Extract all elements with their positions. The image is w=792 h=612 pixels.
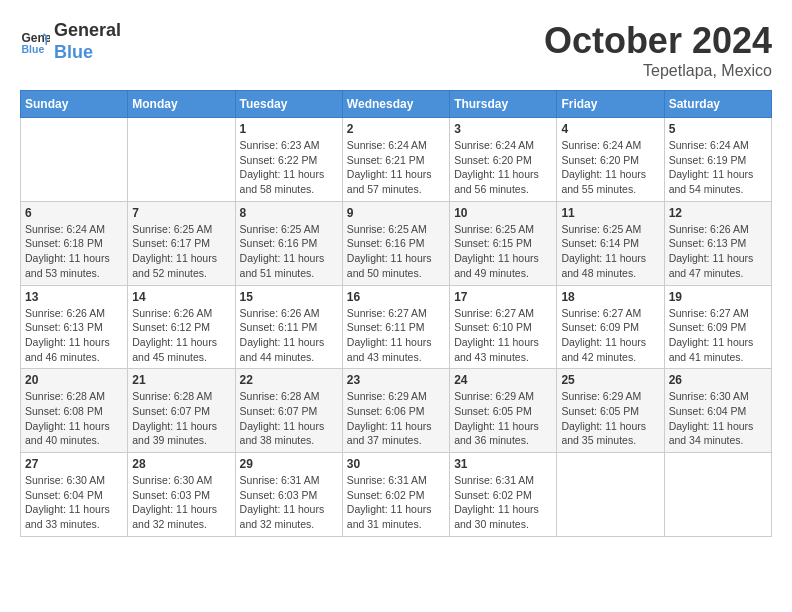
day-number: 12	[669, 206, 767, 220]
day-info: Sunrise: 6:28 AM Sunset: 6:07 PM Dayligh…	[240, 389, 338, 448]
calendar-cell: 23Sunrise: 6:29 AM Sunset: 6:06 PM Dayli…	[342, 369, 449, 453]
day-number: 14	[132, 290, 230, 304]
calendar-week-4: 20Sunrise: 6:28 AM Sunset: 6:08 PM Dayli…	[21, 369, 772, 453]
day-number: 27	[25, 457, 123, 471]
calendar-cell: 12Sunrise: 6:26 AM Sunset: 6:13 PM Dayli…	[664, 201, 771, 285]
day-info: Sunrise: 6:31 AM Sunset: 6:02 PM Dayligh…	[347, 473, 445, 532]
day-info: Sunrise: 6:28 AM Sunset: 6:08 PM Dayligh…	[25, 389, 123, 448]
day-number: 26	[669, 373, 767, 387]
logo-blue: Blue	[54, 42, 121, 64]
calendar-cell: 6Sunrise: 6:24 AM Sunset: 6:18 PM Daylig…	[21, 201, 128, 285]
day-info: Sunrise: 6:26 AM Sunset: 6:13 PM Dayligh…	[669, 222, 767, 281]
day-info: Sunrise: 6:30 AM Sunset: 6:04 PM Dayligh…	[669, 389, 767, 448]
day-info: Sunrise: 6:26 AM Sunset: 6:12 PM Dayligh…	[132, 306, 230, 365]
day-number: 22	[240, 373, 338, 387]
day-info: Sunrise: 6:24 AM Sunset: 6:19 PM Dayligh…	[669, 138, 767, 197]
day-info: Sunrise: 6:29 AM Sunset: 6:05 PM Dayligh…	[454, 389, 552, 448]
calendar-cell: 29Sunrise: 6:31 AM Sunset: 6:03 PM Dayli…	[235, 453, 342, 537]
weekday-header-saturday: Saturday	[664, 91, 771, 118]
calendar-cell: 26Sunrise: 6:30 AM Sunset: 6:04 PM Dayli…	[664, 369, 771, 453]
day-info: Sunrise: 6:23 AM Sunset: 6:22 PM Dayligh…	[240, 138, 338, 197]
page-header: General Blue General Blue October 2024 T…	[20, 20, 772, 80]
calendar-cell: 3Sunrise: 6:24 AM Sunset: 6:20 PM Daylig…	[450, 118, 557, 202]
day-number: 20	[25, 373, 123, 387]
day-number: 23	[347, 373, 445, 387]
day-number: 9	[347, 206, 445, 220]
calendar-cell: 7Sunrise: 6:25 AM Sunset: 6:17 PM Daylig…	[128, 201, 235, 285]
day-number: 4	[561, 122, 659, 136]
calendar-week-5: 27Sunrise: 6:30 AM Sunset: 6:04 PM Dayli…	[21, 453, 772, 537]
day-info: Sunrise: 6:25 AM Sunset: 6:14 PM Dayligh…	[561, 222, 659, 281]
location-title: Tepetlapa, Mexico	[544, 62, 772, 80]
logo-icon: General Blue	[20, 27, 50, 57]
logo: General Blue General Blue	[20, 20, 121, 63]
calendar-week-3: 13Sunrise: 6:26 AM Sunset: 6:13 PM Dayli…	[21, 285, 772, 369]
calendar-cell: 31Sunrise: 6:31 AM Sunset: 6:02 PM Dayli…	[450, 453, 557, 537]
calendar-cell	[557, 453, 664, 537]
calendar-cell: 19Sunrise: 6:27 AM Sunset: 6:09 PM Dayli…	[664, 285, 771, 369]
day-number: 21	[132, 373, 230, 387]
day-number: 8	[240, 206, 338, 220]
day-info: Sunrise: 6:27 AM Sunset: 6:09 PM Dayligh…	[669, 306, 767, 365]
calendar-header: SundayMondayTuesdayWednesdayThursdayFrid…	[21, 91, 772, 118]
calendar-cell: 1Sunrise: 6:23 AM Sunset: 6:22 PM Daylig…	[235, 118, 342, 202]
day-number: 7	[132, 206, 230, 220]
calendar-cell: 10Sunrise: 6:25 AM Sunset: 6:15 PM Dayli…	[450, 201, 557, 285]
day-info: Sunrise: 6:27 AM Sunset: 6:11 PM Dayligh…	[347, 306, 445, 365]
calendar-cell: 27Sunrise: 6:30 AM Sunset: 6:04 PM Dayli…	[21, 453, 128, 537]
day-number: 2	[347, 122, 445, 136]
calendar-cell: 16Sunrise: 6:27 AM Sunset: 6:11 PM Dayli…	[342, 285, 449, 369]
day-info: Sunrise: 6:24 AM Sunset: 6:18 PM Dayligh…	[25, 222, 123, 281]
day-info: Sunrise: 6:27 AM Sunset: 6:09 PM Dayligh…	[561, 306, 659, 365]
day-number: 15	[240, 290, 338, 304]
day-number: 5	[669, 122, 767, 136]
calendar-cell: 15Sunrise: 6:26 AM Sunset: 6:11 PM Dayli…	[235, 285, 342, 369]
day-info: Sunrise: 6:25 AM Sunset: 6:17 PM Dayligh…	[132, 222, 230, 281]
day-number: 29	[240, 457, 338, 471]
calendar-week-2: 6Sunrise: 6:24 AM Sunset: 6:18 PM Daylig…	[21, 201, 772, 285]
logo-general: General	[54, 20, 121, 42]
calendar-table: SundayMondayTuesdayWednesdayThursdayFrid…	[20, 90, 772, 537]
day-number: 11	[561, 206, 659, 220]
weekday-header-monday: Monday	[128, 91, 235, 118]
weekday-header-row: SundayMondayTuesdayWednesdayThursdayFrid…	[21, 91, 772, 118]
day-info: Sunrise: 6:24 AM Sunset: 6:20 PM Dayligh…	[561, 138, 659, 197]
day-number: 24	[454, 373, 552, 387]
day-number: 31	[454, 457, 552, 471]
calendar-cell: 14Sunrise: 6:26 AM Sunset: 6:12 PM Dayli…	[128, 285, 235, 369]
calendar-cell: 8Sunrise: 6:25 AM Sunset: 6:16 PM Daylig…	[235, 201, 342, 285]
calendar-cell: 4Sunrise: 6:24 AM Sunset: 6:20 PM Daylig…	[557, 118, 664, 202]
day-info: Sunrise: 6:30 AM Sunset: 6:03 PM Dayligh…	[132, 473, 230, 532]
svg-text:Blue: Blue	[22, 42, 45, 54]
calendar-cell: 30Sunrise: 6:31 AM Sunset: 6:02 PM Dayli…	[342, 453, 449, 537]
day-info: Sunrise: 6:28 AM Sunset: 6:07 PM Dayligh…	[132, 389, 230, 448]
day-info: Sunrise: 6:25 AM Sunset: 6:16 PM Dayligh…	[240, 222, 338, 281]
day-number: 16	[347, 290, 445, 304]
day-info: Sunrise: 6:30 AM Sunset: 6:04 PM Dayligh…	[25, 473, 123, 532]
day-number: 28	[132, 457, 230, 471]
calendar-cell: 21Sunrise: 6:28 AM Sunset: 6:07 PM Dayli…	[128, 369, 235, 453]
calendar-cell: 5Sunrise: 6:24 AM Sunset: 6:19 PM Daylig…	[664, 118, 771, 202]
calendar-cell: 28Sunrise: 6:30 AM Sunset: 6:03 PM Dayli…	[128, 453, 235, 537]
day-number: 25	[561, 373, 659, 387]
day-info: Sunrise: 6:26 AM Sunset: 6:13 PM Dayligh…	[25, 306, 123, 365]
day-info: Sunrise: 6:31 AM Sunset: 6:02 PM Dayligh…	[454, 473, 552, 532]
day-info: Sunrise: 6:25 AM Sunset: 6:16 PM Dayligh…	[347, 222, 445, 281]
day-info: Sunrise: 6:31 AM Sunset: 6:03 PM Dayligh…	[240, 473, 338, 532]
calendar-cell: 24Sunrise: 6:29 AM Sunset: 6:05 PM Dayli…	[450, 369, 557, 453]
weekday-header-friday: Friday	[557, 91, 664, 118]
calendar-cell	[128, 118, 235, 202]
day-number: 17	[454, 290, 552, 304]
weekday-header-wednesday: Wednesday	[342, 91, 449, 118]
title-block: October 2024 Tepetlapa, Mexico	[544, 20, 772, 80]
calendar-cell: 2Sunrise: 6:24 AM Sunset: 6:21 PM Daylig…	[342, 118, 449, 202]
calendar-cell: 13Sunrise: 6:26 AM Sunset: 6:13 PM Dayli…	[21, 285, 128, 369]
calendar-cell	[664, 453, 771, 537]
day-number: 1	[240, 122, 338, 136]
day-info: Sunrise: 6:24 AM Sunset: 6:21 PM Dayligh…	[347, 138, 445, 197]
weekday-header-sunday: Sunday	[21, 91, 128, 118]
calendar-cell: 22Sunrise: 6:28 AM Sunset: 6:07 PM Dayli…	[235, 369, 342, 453]
day-number: 10	[454, 206, 552, 220]
day-number: 30	[347, 457, 445, 471]
day-number: 3	[454, 122, 552, 136]
